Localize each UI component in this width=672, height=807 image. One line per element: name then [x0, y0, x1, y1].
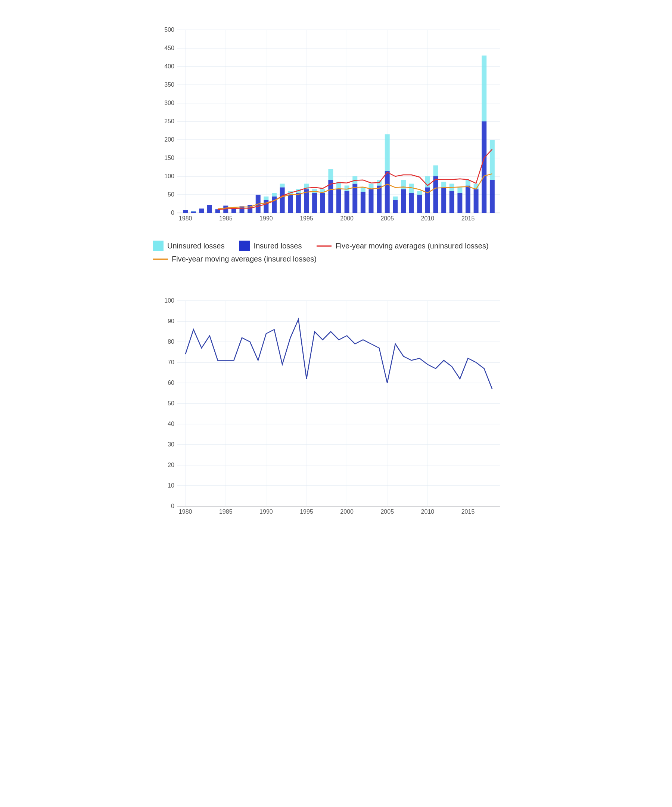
svg-text:300: 300 [164, 100, 174, 106]
svg-rect-81 [385, 134, 390, 171]
svg-text:1995: 1995 [300, 508, 313, 515]
svg-rect-43 [207, 205, 212, 213]
panel-b-chart: 0102030405060708090100198019851990199520… [153, 293, 508, 525]
svg-rect-41 [191, 211, 196, 211]
svg-text:250: 250 [164, 118, 174, 125]
svg-text:1985: 1985 [219, 215, 233, 222]
svg-rect-98 [457, 193, 462, 213]
svg-rect-95 [441, 182, 446, 188]
svg-text:350: 350 [164, 81, 174, 88]
svg-text:2000: 2000 [340, 215, 354, 222]
svg-text:500: 500 [164, 27, 174, 33]
svg-text:2005: 2005 [381, 215, 394, 222]
legend-uninsured: Uninsured losses [153, 241, 224, 251]
svg-rect-51 [263, 196, 268, 200]
svg-rect-42 [199, 208, 204, 213]
svg-rect-93 [434, 166, 438, 176]
svg-rect-84 [401, 189, 406, 213]
svg-rect-46 [232, 208, 236, 213]
panel-a-legend: Uninsured losses Insured losses Five-yea… [153, 241, 541, 263]
svg-rect-68 [336, 189, 341, 213]
svg-rect-90 [425, 187, 430, 213]
svg-text:1990: 1990 [260, 215, 273, 222]
svg-text:30: 30 [168, 441, 174, 448]
svg-rect-58 [296, 193, 301, 213]
svg-text:1990: 1990 [260, 508, 273, 515]
svg-rect-104 [482, 121, 487, 213]
panel-b: 0102030405060708090100198019851990199520… [131, 293, 541, 526]
svg-text:70: 70 [168, 359, 174, 365]
svg-rect-39 [183, 210, 188, 213]
svg-text:2010: 2010 [421, 508, 435, 515]
svg-rect-83 [393, 196, 397, 200]
svg-rect-54 [280, 187, 285, 213]
svg-rect-75 [361, 187, 366, 192]
legend-insured-avg-line [153, 259, 168, 260]
svg-rect-76 [369, 189, 374, 213]
legend-uninsured-avg-label: Five-year moving averages (uninsured los… [335, 242, 488, 250]
svg-text:1985: 1985 [219, 508, 233, 515]
svg-rect-88 [417, 195, 422, 213]
svg-text:2015: 2015 [462, 508, 475, 515]
svg-text:0: 0 [171, 209, 174, 216]
svg-rect-67 [328, 169, 333, 180]
legend-insured-avg: Five-year moving averages (insured losse… [153, 255, 316, 263]
svg-rect-74 [361, 192, 366, 213]
legend-uninsured-box [153, 241, 164, 251]
svg-rect-85 [401, 180, 406, 189]
svg-rect-78 [377, 186, 382, 213]
svg-text:2000: 2000 [340, 508, 354, 515]
chart-container: 0501001502002503003504004505001980198519… [131, 15, 541, 556]
panel-a: 0501001502002503003504004505001980198519… [131, 22, 541, 263]
svg-rect-40 [191, 211, 196, 213]
legend-insured-box [239, 241, 250, 251]
svg-text:1995: 1995 [300, 215, 313, 222]
svg-rect-92 [434, 176, 438, 213]
svg-rect-94 [441, 187, 446, 213]
svg-text:80: 80 [168, 339, 174, 345]
svg-text:1980: 1980 [179, 508, 192, 515]
svg-text:2015: 2015 [462, 215, 475, 222]
legend-insured-avg-label: Five-year moving averages (insured losse… [172, 255, 316, 263]
svg-rect-56 [288, 195, 293, 213]
svg-text:10: 10 [168, 482, 174, 489]
svg-text:450: 450 [164, 45, 174, 51]
panel-a-chart: 0501001502002503003504004505001980198519… [153, 22, 508, 232]
svg-rect-53 [272, 193, 276, 196]
svg-text:150: 150 [164, 154, 174, 161]
svg-text:1980: 1980 [179, 215, 192, 222]
svg-rect-89 [417, 191, 422, 195]
legend-insured-label: Insured losses [253, 242, 302, 250]
svg-rect-55 [280, 184, 285, 188]
svg-text:2005: 2005 [381, 508, 394, 515]
svg-text:100: 100 [164, 173, 174, 179]
svg-rect-86 [409, 193, 414, 213]
svg-text:60: 60 [168, 380, 174, 386]
svg-rect-80 [385, 171, 390, 213]
svg-rect-64 [320, 193, 325, 213]
svg-text:50: 50 [168, 191, 174, 198]
legend-uninsured-avg-line [316, 246, 331, 247]
svg-rect-52 [272, 196, 276, 213]
svg-rect-99 [457, 187, 462, 193]
svg-text:400: 400 [164, 63, 174, 70]
svg-rect-106 [490, 180, 495, 213]
svg-rect-100 [465, 186, 470, 213]
svg-text:200: 200 [164, 136, 174, 143]
legend-uninsured-avg: Five-year moving averages (uninsured los… [316, 242, 488, 250]
svg-text:2010: 2010 [421, 215, 435, 222]
svg-text:0: 0 [171, 503, 174, 509]
svg-text:100: 100 [164, 297, 174, 304]
svg-text:40: 40 [168, 421, 174, 427]
svg-rect-62 [312, 193, 317, 213]
svg-rect-102 [474, 189, 478, 213]
svg-rect-105 [482, 56, 487, 121]
svg-text:90: 90 [168, 318, 174, 324]
svg-rect-71 [344, 186, 349, 191]
svg-text:20: 20 [168, 462, 174, 468]
svg-rect-96 [450, 191, 454, 213]
svg-rect-70 [344, 191, 349, 213]
svg-rect-82 [393, 200, 397, 213]
svg-text:50: 50 [168, 400, 174, 407]
legend-insured: Insured losses [239, 241, 302, 251]
